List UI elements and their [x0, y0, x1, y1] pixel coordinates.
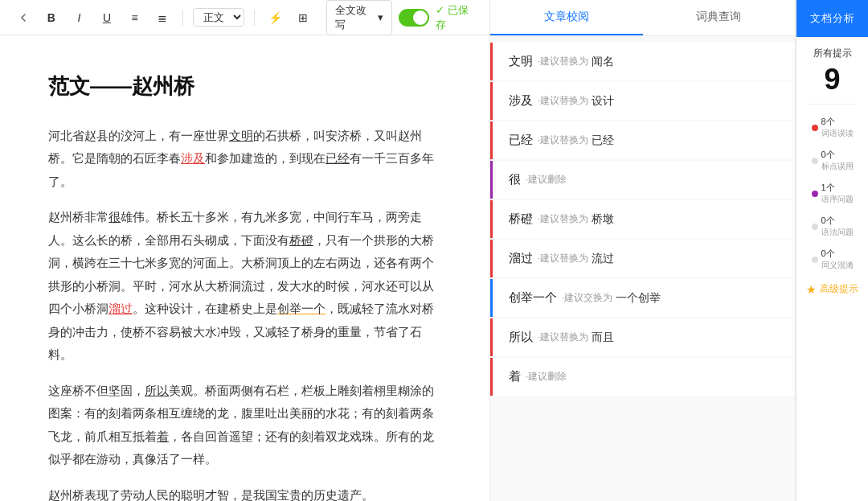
para1: 河北省赵县的洨河上，有一座世界文明的石拱桥，叫安济桥，又叫赵州桥。它是隋朝的石匠… [48, 125, 441, 194]
all-tips-label: 所有提示 [813, 47, 852, 60]
suggestion-word: 溜过 [509, 251, 533, 266]
suggestion-word: 文明 [509, 54, 533, 69]
suggestion-item-6[interactable]: 创举一个 ·建议交换为 一个创举 [490, 279, 795, 317]
suggestion-word: 创举一个 [509, 290, 557, 306]
suggestion-word: 很 [509, 172, 521, 187]
advanced-tips[interactable]: ★ 高级提示 [806, 282, 858, 296]
suggestion-action: ·建议替换为 [538, 133, 588, 147]
mode-label: 全文改写 [335, 3, 375, 32]
suggestion-action: ·建议删除 [526, 173, 567, 187]
toolbar: B I U ≡ ≣ 正文 ⚡ ⊞ 全文改写 ▾ ✓ 已保存 [0, 0, 489, 35]
save-status: ✓ 已保存 [436, 3, 477, 32]
stats-dot-4 [812, 257, 818, 263]
suggestion-replace: 桥墩 [592, 212, 614, 227]
stats-label-0: 8个词语误读 [821, 116, 854, 139]
stats-label-4: 0个同义混淆 [821, 248, 854, 271]
stats-dot-3 [812, 224, 818, 230]
suggestion-action: ·建议交换为 [562, 291, 612, 305]
stats-label-3: 0个语法问题 [821, 215, 854, 238]
analyze-button[interactable]: 文档分析 [796, 0, 868, 37]
para2: 赵州桥非常很雄伟。桥长五十多米，有九米多宽，中间行车马，两旁走人。这么长的桥，全… [48, 206, 441, 367]
bold-button[interactable]: B [41, 6, 63, 29]
suggestion-replace: 设计 [592, 94, 614, 109]
stats-dot-2 [812, 191, 818, 197]
divider2 [254, 10, 255, 26]
suggestions-list: 文明 ·建议替换为 闻名 涉及 ·建议替换为 设计 已经 ·建议替换为 已经 很… [490, 36, 795, 501]
layout-button[interactable]: ⊞ [293, 6, 314, 29]
word-chuangju: 创举一个 [277, 302, 326, 315]
mode-select[interactable]: 全文改写 ▾ [326, 0, 392, 35]
list1-button[interactable]: ≡ [124, 6, 145, 29]
stats-panel: 文档分析 所有提示 9 8个词语误读 0个标点误用 1个语序问题 0个语法问题 … [796, 0, 868, 501]
suggestion-item-2[interactable]: 已经 ·建议替换为 已经 [490, 121, 795, 159]
suggestion-replace: 闻名 [592, 55, 614, 69]
word-sheji: 涉及 [181, 151, 205, 165]
divider1 [182, 10, 183, 26]
para4: 赵州桥表现了劳动人民的聪明才智，是我国宝贵的历史遗产。 [48, 484, 441, 501]
suggestion-replace: 一个创举 [616, 291, 661, 306]
tab-article-review[interactable]: 文章校阅 [490, 0, 643, 35]
suggestion-action: ·建议替换为 [538, 212, 588, 226]
suggestion-action: ·建议替换为 [538, 331, 588, 344]
stats-label-2: 1个语序问题 [821, 182, 854, 205]
stats-row-0: 8个词语误读 [809, 111, 857, 144]
para3: 这座桥不但坚固，所以美观。桥面两侧有石栏，栏板上雕刻着栩里糊涂的图案：有的刻着两… [48, 380, 441, 471]
stats-dot-1 [812, 158, 818, 164]
toggle-switch[interactable] [399, 9, 429, 27]
suggestion-item-0[interactable]: 文明 ·建议替换为 闻名 [490, 43, 795, 80]
tab-dictionary[interactable]: 词典查询 [643, 0, 796, 35]
suggestion-replace: 已经 [592, 133, 614, 148]
suggestion-item-7[interactable]: 所以 ·建议替换为 而且 [490, 318, 795, 356]
suggestion-word: 着 [509, 369, 521, 384]
style-select[interactable]: 正文 [193, 8, 244, 27]
word-hen: 很 [108, 210, 121, 224]
editor-content[interactable]: 范文——赵州桥 河北省赵县的洨河上，有一座世界文明的石拱桥，叫安济桥，又叫赵州桥… [0, 35, 489, 501]
suggestion-action: ·建议替换为 [538, 252, 588, 265]
stats-label-1: 0个标点误用 [821, 149, 854, 172]
total-count: 9 [824, 65, 840, 94]
back-button[interactable] [13, 6, 35, 29]
stats-row-2: 1个语序问题 [809, 177, 857, 210]
stats-dot-0 [812, 125, 818, 131]
stats-divider [809, 104, 855, 105]
article-title: 范文——赵州桥 [48, 68, 441, 105]
advanced-label: 高级提示 [820, 282, 858, 296]
stats-row-1: 0个标点误用 [809, 144, 857, 177]
suggestion-word: 所以 [509, 330, 533, 345]
stats-row-4: 0个同义混淆 [809, 243, 857, 276]
underline-button[interactable]: U [96, 6, 118, 29]
suggestion-word: 涉及 [509, 93, 533, 109]
star-icon: ★ [806, 283, 817, 296]
word-qiaodeng: 桥磴 [289, 233, 313, 247]
right-tabs: 文章校阅 词典查询 [490, 0, 795, 36]
suggestion-word: 已经 [509, 133, 533, 148]
list2-button[interactable]: ≣ [152, 6, 174, 29]
suggestion-item-4[interactable]: 桥磴 ·建议替换为 桥墩 [490, 200, 795, 238]
suggestion-action: ·建议替换为 [538, 55, 588, 68]
stats-section: 所有提示 9 8个词语误读 0个标点误用 1个语序问题 0个语法问题 0个同义混… [796, 37, 868, 306]
italic-button[interactable]: I [68, 6, 90, 29]
suggestion-item-8[interactable]: 着 ·建议删除 [490, 358, 795, 396]
suggestion-item-5[interactable]: 溜过 ·建议替换为 流过 [490, 240, 795, 277]
word-zhe: 着 [157, 429, 169, 443]
word-wm: 文明 [229, 129, 253, 142]
word-liuguo: 溜过 [108, 302, 133, 315]
stats-row-3: 0个语法问题 [809, 210, 857, 243]
suggestion-replace: 而且 [592, 331, 614, 345]
suggestion-item-1[interactable]: 涉及 ·建议替换为 设计 [490, 82, 795, 120]
word-yijing: 已经 [326, 151, 350, 165]
word-suoyi: 所以 [145, 384, 169, 397]
suggestion-item-3[interactable]: 很 ·建议删除 [490, 161, 795, 199]
suggestion-action: ·建议删除 [526, 370, 567, 384]
suggestion-word: 桥磴 [509, 211, 533, 227]
suggestion-action: ·建议替换为 [538, 94, 588, 108]
suggestion-replace: 流过 [592, 252, 614, 266]
right-panel: 文章校阅 词典查询 文明 ·建议替换为 闻名 涉及 ·建议替换为 设计 已经 ·… [490, 0, 796, 501]
lightning-button[interactable]: ⚡ [264, 6, 286, 29]
mode-arrow: ▾ [378, 11, 383, 23]
